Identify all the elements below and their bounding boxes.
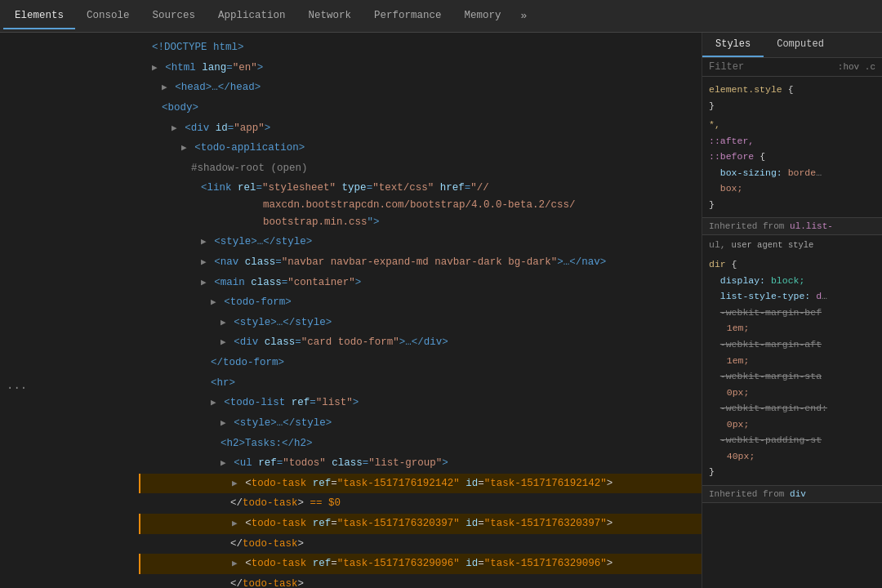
- arrow-icon: ▶: [211, 297, 216, 307]
- tab-elements[interactable]: Elements: [3, 3, 75, 29]
- dom-style-1[interactable]: ▶ <style>…</style>: [139, 232, 702, 252]
- arrow-icon: ▶: [201, 278, 207, 287]
- dom-todo-task-2-close[interactable]: </todo-task>: [139, 534, 702, 555]
- dom-div-card[interactable]: ▶ <div class="card todo-form">…</div>: [139, 332, 702, 353]
- arrow-icon: ▶: [201, 237, 207, 247]
- arrow-icon: ▶: [220, 458, 226, 468]
- dom-style-3[interactable]: ▶ <style>…</style>: [139, 413, 702, 434]
- styles-tabbar: Styles Computed: [702, 33, 882, 58]
- devtools-tabbar: Elements Console Sources Application Net…: [0, 0, 882, 33]
- arrow-icon: ▶: [232, 479, 238, 488]
- dom-html[interactable]: ▶ <html lang="en">: [139, 58, 702, 78]
- dom-todo-application[interactable]: ▶ <todo-application>: [139, 138, 702, 158]
- css-universal-rule: *, ::after, ::before { box-sizing: borde…: [702, 115, 882, 214]
- arrow-icon: ▶: [232, 559, 238, 568]
- styles-filter-bar[interactable]: :hov .c: [702, 58, 882, 77]
- arrow-icon: ▶: [211, 398, 216, 408]
- dom-hr[interactable]: <hr>: [139, 373, 702, 394]
- more-options-button[interactable]: ...: [7, 379, 27, 392]
- tab-console[interactable]: Console: [75, 3, 141, 29]
- dom-head[interactable]: ▶ <head>…</head>: [139, 78, 702, 98]
- arrow-icon: ▶: [152, 63, 158, 73]
- dom-todo-list[interactable]: ▶ <todo-list ref="list">: [139, 393, 702, 413]
- dom-style-2[interactable]: ▶ <style>…</style>: [139, 313, 702, 333]
- styles-filter-input[interactable]: [709, 61, 835, 73]
- styles-panel: Styles Computed :hov .c element.style { …: [702, 33, 882, 588]
- dom-todo-task-3-close[interactable]: </todo-task>: [139, 574, 702, 588]
- dom-link[interactable]: <link rel="stylesheet" type="text/css" h…: [139, 178, 702, 232]
- dom-body[interactable]: <body>: [139, 98, 702, 118]
- tab-sources[interactable]: Sources: [141, 3, 207, 29]
- tab-overflow-button[interactable]: »: [513, 3, 536, 29]
- arrow-icon: ▶: [220, 418, 226, 428]
- devtools-body: ... <!DOCTYPE html> ▶ <html lang="en"> ▶…: [0, 33, 882, 588]
- dom-div-app[interactable]: ▶ <div id="app">: [139, 118, 702, 139]
- inherited-from-label-2: Inherited from div: [702, 485, 882, 503]
- arrow-icon: ▶: [181, 143, 187, 153]
- dom-main[interactable]: ▶ <main class="container">: [139, 273, 702, 293]
- dom-h2[interactable]: <h2>Tasks:</h2>: [139, 434, 702, 454]
- arrow-icon: ▶: [232, 519, 238, 528]
- arrow-icon: ▶: [162, 82, 167, 92]
- left-gutter: ...: [0, 33, 139, 588]
- dom-shadow-root[interactable]: #shadow-root (open): [139, 158, 702, 179]
- dom-doctype[interactable]: <!DOCTYPE html>: [139, 38, 702, 58]
- dom-nav[interactable]: ▶ <nav class="navbar navbar-expand-md na…: [139, 252, 702, 273]
- dom-todo-task-2[interactable]: ▶ <todo-task ref="task-1517176320397" id…: [139, 514, 702, 534]
- tab-memory[interactable]: Memory: [453, 3, 513, 29]
- dom-todo-task-3[interactable]: ▶ <todo-task ref="task-1517176329096" id…: [139, 554, 702, 574]
- tab-network[interactable]: Network: [297, 3, 363, 29]
- arrow-icon: ▶: [220, 318, 226, 327]
- styles-content: element.style { } *, ::after, ::before {…: [702, 77, 882, 588]
- arrow-icon: ▶: [201, 257, 207, 267]
- arrow-icon: ▶: [220, 337, 226, 347]
- filter-pseudo-hint: :hov .c: [838, 62, 875, 72]
- dom-todo-task-1[interactable]: ▶ <todo-task ref="task-1517176192142" id…: [139, 474, 702, 494]
- tab-performance[interactable]: Performance: [363, 3, 453, 29]
- css-element-style: element.style { }: [702, 80, 882, 115]
- tab-styles[interactable]: Styles: [702, 33, 764, 57]
- dom-todo-form[interactable]: ▶ <todo-form>: [139, 292, 702, 313]
- inherited-from-label-1: Inherited from ul.list-: [702, 217, 882, 235]
- css-inherited-ua: ul, user agent style: [702, 235, 882, 255]
- dom-ul[interactable]: ▶ <ul ref="todos" class="list-group">: [139, 453, 702, 474]
- tab-computed[interactable]: Computed: [764, 33, 837, 57]
- dom-todo-form-close[interactable]: </todo-form>: [139, 353, 702, 373]
- tab-application[interactable]: Application: [207, 3, 297, 29]
- dom-panel[interactable]: <!DOCTYPE html> ▶ <html lang="en"> ▶ <he…: [139, 33, 702, 588]
- dom-todo-task-1-close[interactable]: </todo-task> == $0: [139, 493, 702, 514]
- arrow-icon: ▶: [172, 123, 177, 133]
- css-dir-rule: dir { display: block; list-style-type: d…: [702, 255, 882, 482]
